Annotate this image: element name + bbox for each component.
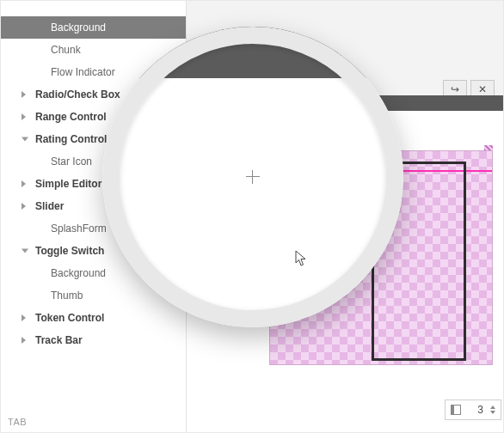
tree-item-label: Flow Indicator xyxy=(51,66,115,78)
redo-icon: ↪ xyxy=(451,83,459,95)
tree-item-label: Slider xyxy=(35,200,64,212)
chevron-down-icon[interactable] xyxy=(22,249,28,253)
tree-item-token-control[interactable]: Token Control xyxy=(1,307,186,329)
tree-item-track-bar[interactable]: Track Bar xyxy=(1,329,186,351)
tree-item-label: SplashForm xyxy=(51,223,107,235)
tree-item-label: Range Control xyxy=(35,111,107,123)
crosshair-icon xyxy=(246,170,260,184)
tab-label[interactable]: TAB xyxy=(8,417,27,427)
chevron-right-icon[interactable] xyxy=(22,91,26,98)
margin-left-value: 3 xyxy=(466,404,483,416)
chevron-right-icon[interactable] xyxy=(22,203,26,210)
chevron-right-icon[interactable] xyxy=(22,337,26,344)
tree-item-label: Thumb xyxy=(51,290,83,302)
tree-item-label: Background xyxy=(51,267,106,279)
chevron-right-icon[interactable] xyxy=(22,180,26,187)
spinner-buttons[interactable] xyxy=(490,406,495,414)
tree-item-label: Background xyxy=(51,21,106,34)
tree-item-chunk[interactable]: Chunk xyxy=(1,39,186,61)
margin-left-spinner[interactable]: 3 xyxy=(445,399,501,420)
tree-item-label: Simple Editor xyxy=(35,178,101,190)
chevron-down-icon[interactable] xyxy=(22,137,28,142)
eyedropper-magnifier[interactable]: #F7F7F7 #000000 xyxy=(102,27,403,327)
chevron-right-icon[interactable] xyxy=(22,314,26,321)
chevron-right-icon[interactable] xyxy=(22,113,26,120)
close-icon: ✕ xyxy=(478,83,487,95)
tree-item-label: Star Icon xyxy=(51,156,92,168)
tree-item-label: Track Bar xyxy=(35,334,83,346)
tree-item-label: Radio/Check Box xyxy=(35,88,120,101)
tree-item-label: Chunk xyxy=(51,44,81,56)
tree-item-label: Toggle Switch xyxy=(35,245,104,257)
margin-left-icon xyxy=(451,405,461,415)
tree-item-label: Token Control xyxy=(35,312,104,324)
tree-item-label: Rating Control xyxy=(35,133,107,145)
tree-item-background[interactable]: Background xyxy=(1,16,186,39)
